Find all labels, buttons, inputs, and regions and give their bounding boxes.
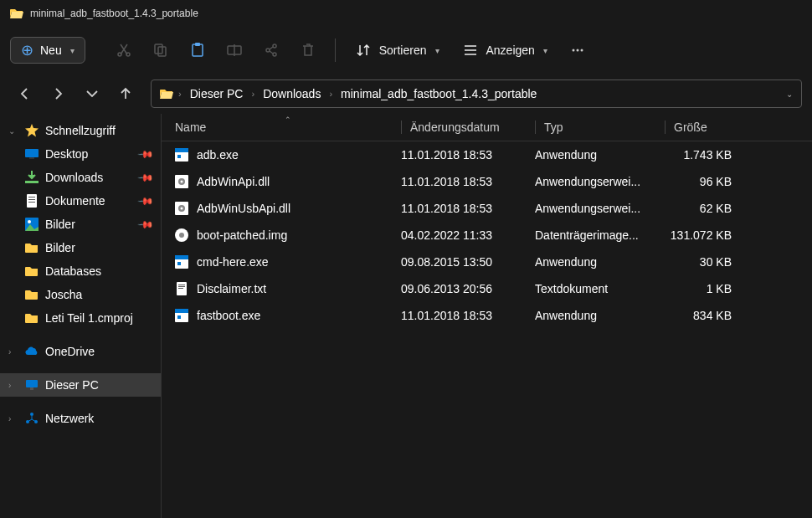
breadcrumb-separator: ›	[327, 89, 334, 99]
breadcrumb-separator: ›	[249, 89, 256, 99]
sort-icon	[356, 43, 371, 58]
toolbar: ⊕ Neu ▾ Sortieren ▾ Anzeigen ▾	[0, 27, 812, 74]
view-button[interactable]: Anzeigen ▾	[455, 38, 556, 63]
window-title: minimal_adb_fastboot_1.4.3_portable	[30, 8, 198, 19]
forward-button[interactable]	[44, 79, 74, 109]
file-row[interactable]: AdbWinUsbApi.dll 11.01.2018 18:53 Anwend…	[162, 195, 812, 222]
file-list: ⌃ Name Änderungsdatum Typ Größe adb.exe …	[162, 114, 812, 518]
sidebar-label: Bilder	[45, 241, 152, 254]
sidebar-item[interactable]: Downloads 📌	[0, 166, 161, 189]
file-row[interactable]: AdbWinApi.dll 11.01.2018 18:53 Anwendung…	[162, 168, 812, 195]
file-row[interactable]: adb.exe 11.01.2018 18:53 Anwendung 1.743…	[162, 141, 812, 168]
column-header-name[interactable]: ⌃ Name	[175, 121, 401, 134]
sidebar-label: Netzwerk	[45, 412, 152, 425]
sidebar-label: OneDrive	[45, 345, 152, 358]
address-bar[interactable]: › Dieser PC › Downloads › minimal_adb_fa…	[151, 79, 802, 108]
chevron-down-icon: ▾	[70, 46, 75, 55]
sidebar-item[interactable]: Leti Teil 1.cmproj	[0, 306, 161, 330]
file-icon	[175, 255, 188, 269]
file-size: 1 KB	[665, 282, 748, 295]
sidebar-item[interactable]: Databases	[0, 259, 161, 283]
file-row[interactable]: fastboot.exe 11.01.2018 18:53 Anwendung …	[162, 302, 812, 329]
file-type: Anwendung	[535, 148, 665, 162]
file-name: fastboot.exe	[197, 309, 260, 322]
sidebar-item[interactable]: Desktop 📌	[0, 142, 161, 166]
sidebar-item[interactable]: Bilder 📌	[0, 213, 161, 236]
star-icon	[25, 124, 39, 137]
sidebar-label: Leti Teil 1.cmproj	[45, 311, 152, 325]
up-button[interactable]	[110, 79, 141, 109]
file-type: Anwendungserwei...	[535, 175, 665, 188]
more-button[interactable]	[563, 35, 593, 65]
network-icon	[25, 412, 39, 425]
sidebar-item[interactable]: Dokumente 📌	[0, 189, 161, 213]
file-size: 131.072 KB	[665, 228, 748, 242]
sidebar-label: Joscha	[45, 288, 152, 301]
file-row[interactable]: Disclaimer.txt 09.06.2013 20:56 Textdoku…	[162, 275, 812, 302]
file-size: 96 KB	[665, 175, 748, 188]
folder-icon	[25, 241, 39, 254]
sort-label: Sortieren	[379, 44, 427, 57]
file-icon	[175, 202, 188, 215]
file-date: 11.01.2018 18:53	[401, 175, 535, 188]
expand-icon[interactable]: ›	[8, 381, 18, 390]
breadcrumb-item[interactable]: Downloads	[260, 85, 324, 102]
recent-dropdown[interactable]	[77, 79, 107, 109]
navigation-bar: › Dieser PC › Downloads › minimal_adb_fa…	[0, 74, 812, 114]
file-size: 834 KB	[665, 309, 748, 322]
chevron-down-icon: ▾	[435, 46, 439, 55]
cut-button[interactable]	[109, 35, 139, 65]
file-icon	[175, 309, 188, 322]
file-row[interactable]: boot-patched.img 04.02.2022 11:33 Datent…	[162, 222, 812, 249]
file-date: 11.01.2018 18:53	[401, 309, 535, 322]
file-icon	[175, 148, 188, 162]
breadcrumb-item[interactable]: Dieser PC	[187, 85, 247, 102]
sidebar-item[interactable]: Joscha	[0, 283, 161, 306]
document-icon	[25, 194, 39, 208]
file-name: boot-patched.img	[197, 228, 287, 242]
back-button[interactable]	[10, 79, 40, 109]
sidebar-item-onedrive[interactable]: › OneDrive	[0, 340, 161, 363]
paste-button[interactable]	[182, 35, 213, 65]
sidebar-item[interactable]: Bilder	[0, 236, 161, 259]
sidebar-label: Desktop	[45, 147, 133, 161]
pin-icon: 📌	[137, 216, 155, 233]
copy-button[interactable]	[146, 35, 176, 65]
file-size: 62 KB	[665, 202, 748, 215]
folder-icon	[160, 87, 173, 100]
column-headers: ⌃ Name Änderungsdatum Typ Größe	[162, 114, 812, 141]
sidebar-item-quick-access[interactable]: ⌄ Schnellzugriff	[0, 119, 161, 142]
sidebar-label: Schnellzugriff	[45, 124, 152, 137]
chevron-down-icon: ▾	[543, 46, 547, 55]
file-row[interactable]: cmd-here.exe 09.08.2015 13:50 Anwendung …	[162, 249, 812, 275]
chevron-down-icon[interactable]: ⌄	[786, 90, 793, 99]
sidebar-item-this-pc[interactable]: › Dieser PC	[0, 373, 161, 397]
file-date: 09.06.2013 20:56	[401, 282, 535, 295]
title-bar: minimal_adb_fastboot_1.4.3_portable	[0, 0, 812, 27]
breadcrumb-item[interactable]: minimal_adb_fastboot_1.4.3_portable	[337, 85, 540, 102]
file-type: Anwendung	[535, 309, 665, 322]
sidebar-item-network[interactable]: › Netzwerk	[0, 407, 161, 430]
delete-button[interactable]	[293, 35, 323, 65]
rename-button[interactable]	[219, 35, 249, 65]
file-name: adb.exe	[197, 148, 239, 162]
expand-icon[interactable]: ›	[8, 347, 18, 356]
breadcrumb-separator: ›	[177, 89, 183, 99]
file-type: Anwendung	[535, 255, 665, 269]
expand-icon[interactable]: ⌄	[8, 126, 18, 136]
file-size: 1.743 KB	[665, 148, 748, 162]
column-header-size[interactable]: Größe	[665, 121, 748, 134]
file-size: 30 KB	[665, 255, 748, 269]
column-header-date[interactable]: Änderungsdatum	[401, 121, 535, 134]
expand-icon[interactable]: ›	[8, 414, 18, 423]
file-date: 11.01.2018 18:53	[401, 148, 535, 162]
file-name: AdbWinApi.dll	[197, 175, 270, 188]
new-button[interactable]: ⊕ Neu ▾	[10, 37, 85, 64]
sort-button[interactable]: Sortieren ▾	[347, 38, 448, 63]
folder-icon	[25, 311, 39, 325]
file-date: 09.08.2015 13:50	[401, 255, 535, 269]
column-header-type[interactable]: Typ	[535, 121, 665, 134]
sidebar-label: Bilder	[45, 218, 133, 231]
share-button[interactable]	[256, 35, 286, 65]
sidebar-label: Dokumente	[45, 194, 133, 208]
